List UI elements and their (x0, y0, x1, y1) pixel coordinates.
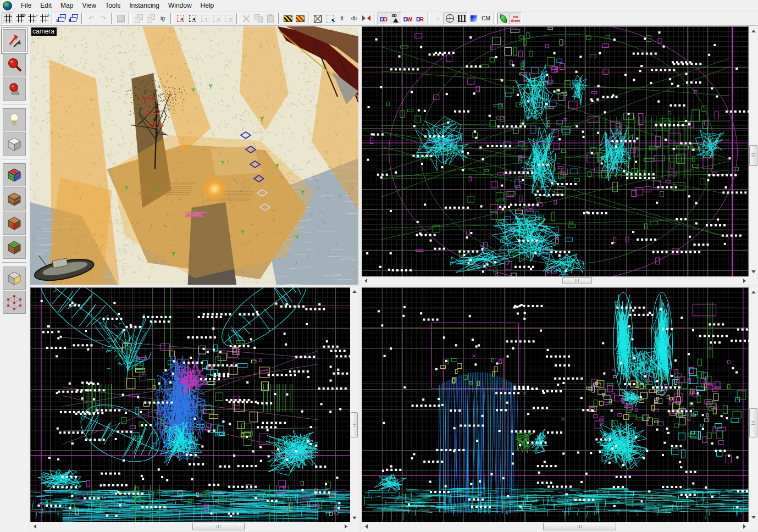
redo-button[interactable]: ↷ (97, 13, 109, 25)
front-view-vertical-scrollbar[interactable] (350, 287, 358, 522)
undo-button[interactable]: ↶ (85, 13, 97, 25)
side-view-vscroll-thumb[interactable] (749, 408, 757, 437)
select-mode-button[interactable] (312, 13, 324, 25)
side-view-scroll-left-button[interactable] (362, 522, 370, 531)
magnify-tool-button[interactable] (3, 53, 26, 76)
toggle-detail-objects-button[interactable] (282, 13, 294, 25)
grid-smaller-button[interactable]: - (26, 13, 38, 25)
front-2d-viewport[interactable] (30, 287, 358, 531)
selection-tool-button[interactable] (3, 29, 26, 52)
foliage-toggle-button[interactable] (497, 13, 510, 25)
texture-lock-button[interactable]: tl (336, 13, 348, 25)
camera-3d-canvas[interactable] (30, 26, 358, 285)
front-view-scroll-down-button[interactable] (350, 514, 358, 522)
top-view-vertical-scrollbar[interactable] (749, 26, 758, 276)
ungroup-button[interactable] (145, 13, 157, 25)
block-tool-button[interactable] (3, 132, 26, 156)
menu-item-view[interactable]: View (78, 1, 101, 10)
front-view-horizontal-scrollbar[interactable] (30, 522, 350, 531)
grid-larger-button[interactable]: + (38, 13, 50, 25)
group-button-icon (135, 14, 143, 23)
save-window-state-button[interactable]: S (68, 13, 80, 25)
hide-selected-button[interactable] (174, 13, 186, 25)
front-view-scroll-left-button[interactable] (30, 522, 39, 531)
apply-decals-tool-button[interactable] (3, 212, 26, 235)
radius-culling-button[interactable] (444, 13, 456, 25)
foliage-toggle-button-icon (499, 14, 508, 23)
top-view-scroll-left-button[interactable] (362, 276, 370, 285)
top-2d-canvas[interactable] (362, 26, 749, 276)
cordon-mode-button[interactable]: CM (480, 13, 492, 25)
show-hidden-button[interactable] (198, 13, 211, 25)
top-view-scroll-right-button[interactable] (740, 276, 749, 285)
apply-current-texture-tool-button[interactable] (3, 187, 26, 210)
model-render-button[interactable] (468, 13, 480, 25)
cut-button[interactable] (240, 13, 252, 25)
move-to-world-button[interactable] (211, 13, 223, 25)
clipping-tool-button[interactable] (3, 267, 26, 290)
menu-item-edit[interactable]: Edit (36, 1, 56, 10)
top-view-scroll-down-button[interactable] (749, 267, 758, 276)
displacement-mask-solid-button[interactable]: DD (378, 13, 390, 25)
side-2d-canvas[interactable] (362, 287, 749, 522)
toggle-detail-objects-button-icon (284, 15, 292, 22)
hammer-editor-window: FileEditMapViewToolsInstancingWindowHelp… (0, 0, 758, 532)
toggle-path-objects-button[interactable] (294, 13, 306, 25)
menu-item-file[interactable]: File (16, 1, 36, 10)
side-view-scroll-down-button[interactable] (749, 513, 758, 522)
vertex-tool-button[interactable] (3, 291, 26, 314)
camera-3d-viewport[interactable]: camera (30, 26, 358, 285)
menu-item-map[interactable]: Map (56, 1, 78, 10)
front-view-vscroll-thumb[interactable] (351, 412, 358, 437)
radius-culling-button-icon (446, 14, 454, 23)
menu-item-window[interactable]: Window (164, 1, 196, 10)
auto-selection-button[interactable] (324, 13, 336, 25)
carve-button[interactable] (115, 13, 127, 25)
top-2d-viewport[interactable] (362, 26, 758, 285)
no-draw-button[interactable]: no draw (510, 13, 522, 25)
group-button[interactable] (132, 13, 145, 25)
tie-to-entity-button[interactable] (223, 13, 235, 25)
texture-scale-lock-button[interactable]: ‹tl› (348, 13, 360, 25)
side-view-hscroll-thumb[interactable] (543, 523, 616, 530)
camera-viewport-label[interactable]: camera (31, 27, 57, 36)
side-view-scrollbar-corner (749, 522, 758, 531)
menu-item-instancing[interactable]: Instancing (125, 1, 164, 10)
front-2d-canvas[interactable] (30, 287, 350, 522)
texture-application-tool-button[interactable] (3, 163, 26, 186)
paste-button[interactable] (264, 13, 276, 25)
menu-item-tools[interactable]: Tools (101, 1, 125, 10)
side-view-horizontal-scrollbar[interactable] (362, 522, 749, 531)
top-view-vscroll-thumb[interactable] (749, 145, 757, 166)
move-to-world-button-icon (213, 15, 220, 22)
ignore-groups-button[interactable]: ig (157, 13, 169, 25)
top-view-scroll-up-button[interactable] (749, 26, 758, 36)
side-view-scroll-up-button[interactable] (749, 287, 758, 297)
tie-to-entity-button-icon (225, 15, 233, 22)
grid-3d-toggle-button[interactable]: 3D (14, 13, 26, 25)
copy-button[interactable] (252, 13, 264, 25)
menu-item-help[interactable]: Help (196, 1, 219, 10)
hide-unselected-button[interactable] (186, 13, 198, 25)
displacement-remove-button[interactable]: DR (414, 13, 426, 25)
side-view-vertical-scrollbar[interactable] (749, 287, 758, 522)
apply-overlays-tool-button[interactable] (3, 236, 26, 259)
side-2d-viewport[interactable] (362, 287, 758, 531)
top-view-horizontal-scrollbar[interactable] (362, 276, 749, 285)
top-view-hscroll-thumb[interactable] (562, 277, 592, 284)
front-view-hscroll-thumb[interactable] (192, 523, 245, 530)
displacement-3d-view-button[interactable]: 3D (390, 13, 402, 25)
displacement-walkable-button[interactable]: DW (402, 13, 414, 25)
spline-button[interactable]: ≈ (431, 13, 444, 25)
front-view-scroll-up-button[interactable] (350, 287, 358, 296)
fade-preview-button[interactable] (456, 13, 468, 25)
mirror-button[interactable] (360, 13, 372, 25)
entity-tool-button[interactable] (3, 108, 26, 131)
front-view-scroll-right-button[interactable] (341, 522, 350, 531)
side-view-scroll-right-button[interactable] (740, 522, 749, 531)
apply-decals-tool-icon (6, 215, 23, 231)
load-window-state-button[interactable]: L (56, 13, 68, 25)
select-mode-button-icon (314, 15, 322, 23)
grid-toggle-button[interactable] (2, 13, 14, 25)
camera-tool-button[interactable] (3, 77, 26, 101)
